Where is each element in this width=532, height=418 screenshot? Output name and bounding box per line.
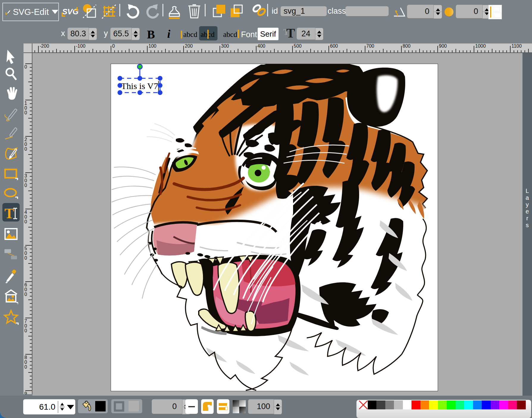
svg-text:This is V7: This is V7: [121, 81, 158, 91]
svg-text:5: 5: [24, 246, 27, 251]
svg-text:400: 400: [257, 43, 265, 49]
svg-text:300: 300: [221, 43, 229, 49]
svg-text:100: 100: [148, 43, 157, 49]
svg-text:0: 0: [24, 364, 27, 369]
svg-text:0: 0: [24, 142, 27, 147]
svg-text:900: 900: [439, 43, 447, 49]
svg-text:6: 6: [24, 282, 27, 287]
svg-text:0: 0: [24, 292, 27, 297]
svg-text:3: 3: [24, 173, 27, 178]
svg-text:0: 0: [24, 219, 27, 224]
svg-text:T: T: [4, 206, 14, 221]
svg-text:1000: 1000: [475, 43, 486, 49]
svg-text:4: 4: [24, 210, 27, 215]
svg-text:0: 0: [24, 328, 27, 333]
svg-text:-200: -200: [40, 43, 49, 49]
svg-text:0: 0: [24, 110, 27, 115]
svg-text:1100: 1100: [511, 43, 522, 49]
svg-text:-100: -100: [76, 43, 85, 49]
svg-text:9: 9: [24, 391, 27, 394]
svg-text:0: 0: [24, 178, 27, 183]
svg-text:0: 0: [24, 146, 27, 152]
svg-text:800: 800: [403, 43, 411, 49]
svg-text:0: 0: [24, 360, 27, 365]
svg-text:200: 200: [185, 43, 193, 49]
svg-text:700: 700: [366, 43, 374, 49]
svg-text:0: 0: [24, 183, 27, 188]
svg-text:8: 8: [24, 355, 27, 360]
svg-text:500: 500: [294, 43, 302, 49]
svg-text:2: 2: [24, 137, 27, 142]
svg-text:1: 1: [24, 101, 27, 106]
svg-text:0: 0: [24, 64, 27, 69]
svg-text:0: 0: [24, 323, 27, 328]
svg-text:0: 0: [24, 214, 27, 219]
svg-text:0: 0: [24, 287, 27, 292]
svg-text:SVG: SVG: [62, 7, 78, 16]
svg-text:0: 0: [24, 251, 27, 256]
svg-text:0: 0: [112, 43, 115, 49]
svg-text:0: 0: [24, 105, 27, 110]
svg-text:7: 7: [24, 319, 27, 324]
svg-text:0: 0: [24, 255, 27, 261]
svg-text:600: 600: [330, 43, 338, 49]
